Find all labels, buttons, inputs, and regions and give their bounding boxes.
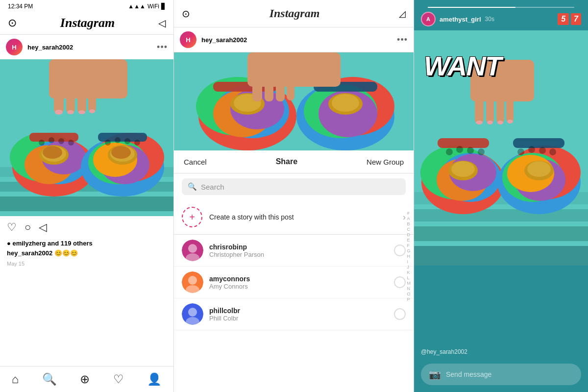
svg-point-16	[43, 146, 62, 159]
alpha-sidebar: #ABCD EFGHI JKLMN OP	[407, 211, 411, 302]
like-button[interactable]: ♡	[7, 221, 17, 234]
story-message-input[interactable]: Send message	[446, 370, 491, 378]
post-date: May 15	[0, 259, 173, 269]
camera-icon[interactable]: ⊙	[8, 17, 17, 29]
signal-icon: ▲▲▲	[128, 3, 146, 10]
search-nav[interactable]: 🔍	[42, 372, 57, 386]
avatar[interactable]: H	[6, 39, 23, 55]
home-nav[interactable]: ⌂	[12, 372, 19, 386]
wifi-icon: WiFi	[147, 3, 159, 10]
story-progress-fill	[428, 7, 515, 8]
svg-rect-33	[77, 86, 86, 113]
watermark-area: 5 7	[558, 13, 581, 25]
contact-info-3: phillcolbr Phill Colbr	[209, 307, 394, 322]
svg-point-97	[527, 161, 551, 177]
profile-nav[interactable]: 👤	[147, 372, 162, 386]
svg-point-67	[188, 308, 197, 317]
camera-icon-2[interactable]: ⊙	[182, 8, 190, 20]
share-title: Share	[276, 157, 297, 166]
svg-point-85	[451, 161, 475, 177]
direct-icon[interactable]: ◁	[158, 17, 166, 29]
new-group-button[interactable]: New Group	[367, 158, 404, 166]
list-item[interactable]: phillcolbr Phill Colbr	[174, 298, 414, 330]
caption-username[interactable]: hey_sarah2002	[7, 249, 52, 257]
battery-icon: ▊	[161, 3, 166, 10]
story-user-row: A amethyst_girl 30s 5 7	[414, 8, 588, 30]
contact-select-1[interactable]	[394, 245, 406, 256]
svg-point-13	[68, 140, 74, 146]
story-message-bar[interactable]: 📷 Send message	[421, 364, 581, 385]
svg-point-95	[549, 148, 556, 155]
svg-point-54	[332, 94, 359, 112]
list-item[interactable]: amyconnors Amy Connors	[174, 267, 414, 298]
more-options[interactable]: •••	[157, 42, 168, 52]
story-camera-icon[interactable]: 📷	[429, 368, 441, 380]
svg-rect-22	[98, 133, 147, 142]
svg-rect-91	[513, 138, 564, 148]
svg-rect-99	[475, 97, 484, 123]
svg-point-94	[539, 147, 546, 154]
share-button[interactable]: ◁	[39, 221, 47, 234]
watermark-logo-2: 7	[571, 13, 581, 25]
svg-point-35	[55, 110, 63, 115]
share-more-options[interactable]: •••	[397, 35, 408, 45]
contact-avatar-1	[182, 240, 203, 261]
svg-rect-3	[0, 196, 173, 211]
story-username: amethyst_girl	[440, 16, 481, 23]
likes-count[interactable]: ● emilyzherg and 119 others	[0, 239, 173, 248]
contact-username-2: amyconnors	[209, 275, 394, 283]
story-progress-bar	[428, 7, 574, 8]
share-username[interactable]: hey_sarah2002	[201, 36, 392, 44]
contact-fullname-1: Christopher Parson	[209, 251, 394, 258]
post-header: H hey_sarah2002 •••	[0, 35, 173, 59]
app-logo: Instagram	[60, 16, 115, 30]
post-actions: ♡ ○ ◁	[0, 216, 173, 239]
share-post-image	[174, 52, 414, 150]
svg-point-93	[528, 146, 535, 153]
search-container[interactable]: 🔍 Search	[182, 178, 406, 195]
status-icons: ▲▲▲ WiFi ▊	[128, 3, 166, 10]
svg-rect-34	[88, 88, 96, 112]
contact-select-3[interactable]	[394, 308, 406, 320]
story-time: 30s	[485, 16, 494, 23]
contact-info-1: chrisrobinp Christopher Parson	[209, 243, 394, 258]
story-content[interactable]: WANT	[414, 30, 588, 363]
story-progress-container	[414, 0, 588, 8]
comment-button[interactable]: ○	[24, 221, 31, 234]
contact-info-2: amyconnors Amy Connors	[209, 275, 394, 290]
contact-username-3: phillcolbr	[209, 307, 394, 315]
svg-rect-57	[265, 77, 273, 101]
story-option-label: Create a story with this post	[209, 213, 403, 221]
chevron-right-icon: ›	[403, 212, 406, 222]
story-avatar[interactable]: A	[421, 12, 436, 26]
status-time: 12:34 PM	[8, 3, 33, 10]
contact-select-2[interactable]	[394, 276, 406, 288]
svg-point-64	[188, 276, 197, 285]
status-bar: 12:34 PM ▲▲▲ WiFi ▊	[0, 0, 173, 12]
app-header: ⊙ Instagram ◁	[0, 12, 173, 35]
contact-fullname-2: Amy Connors	[209, 283, 394, 290]
contact-fullname-3: Phill Colbr	[209, 315, 394, 322]
cancel-button[interactable]: Cancel	[184, 158, 207, 166]
svg-rect-72	[414, 226, 588, 241]
search-input[interactable]: Search	[201, 183, 224, 191]
share-post-header: H hey_sarah2002 •••	[174, 27, 414, 52]
svg-point-23	[105, 140, 111, 146]
contact-avatar-2	[182, 271, 203, 293]
add-nav[interactable]: ⊕	[80, 372, 90, 386]
svg-point-81	[456, 146, 463, 153]
post-username[interactable]: hey_sarah2002	[27, 44, 152, 51]
list-item[interactable]: chrisrobinp Christopher Parson	[174, 235, 414, 267]
search-icon: 🔍	[188, 182, 197, 191]
svg-point-105	[497, 121, 503, 124]
app-logo-2: Instagram	[270, 3, 320, 24]
svg-rect-31	[54, 89, 64, 113]
story-attribution: @hey_sarah2002	[421, 348, 467, 355]
heart-nav[interactable]: ♡	[113, 372, 124, 386]
svg-rect-73	[414, 246, 588, 266]
create-story-option[interactable]: + Create a story with this post ›	[174, 200, 414, 235]
bottom-nav: ⌂ 🔍 ⊕ ♡ 👤	[0, 366, 173, 392]
svg-rect-58	[276, 77, 285, 101]
filter-icon[interactable]: ◿	[399, 8, 406, 19]
share-avatar[interactable]: H	[180, 31, 196, 48]
